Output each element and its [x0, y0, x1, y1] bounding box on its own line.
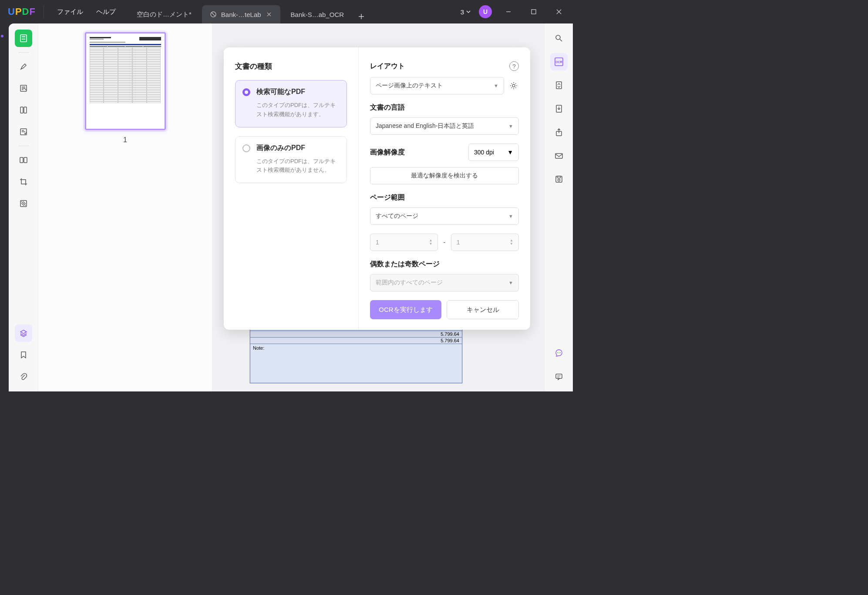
detect-resolution-button[interactable]: 最適な解像度を検出する — [370, 167, 519, 184]
compress-button[interactable] — [550, 100, 568, 117]
redact-tool[interactable] — [15, 195, 32, 212]
svg-point-24 — [557, 352, 558, 353]
note-cell: Note: — [250, 344, 462, 383]
tab-label: Bank-…teLab — [221, 11, 261, 18]
layout-label: レイアウト — [370, 62, 405, 71]
tab-bank-telab[interactable]: Bank-…teLab — [202, 5, 280, 23]
right-toolbar: OCR — [544, 23, 573, 391]
ai-assistant-button[interactable] — [550, 344, 568, 362]
page-range-select[interactable]: すべてのページ ▼ — [370, 207, 519, 225]
svg-rect-5 — [22, 38, 25, 38]
svg-rect-23 — [557, 176, 561, 178]
input-value: 1 — [376, 239, 379, 246]
convert-button[interactable] — [550, 77, 568, 94]
tab-strip: 空白のド…メント* Bank-…teLab Bank-S…ab_OCR — [129, 0, 455, 23]
tab-blank-doc[interactable]: 空白のド…メント* — [129, 5, 199, 23]
option-title: 画像のみのPDF — [256, 144, 339, 153]
bookmark-tool[interactable] — [15, 346, 32, 364]
tab-label: Bank-S…ab_OCR — [291, 11, 344, 18]
titlebar-right: 3 U — [455, 5, 573, 19]
svg-rect-27 — [556, 374, 562, 378]
crop-tool[interactable] — [15, 173, 32, 191]
attachment-tool[interactable] — [15, 368, 32, 385]
page-from-input[interactable]: 1 ▲▼ — [370, 234, 438, 251]
maximize-button[interactable] — [525, 5, 542, 19]
svg-point-26 — [560, 352, 561, 353]
svg-rect-6 — [22, 39, 25, 40]
chevron-down-icon: ▼ — [508, 214, 513, 219]
ocr-panel: 文書の種類 検索可能なPDF このタイプのPDFは、フルテキスト検索機能がありま… — [224, 47, 530, 330]
highlight-tool[interactable] — [15, 58, 32, 75]
option-title: 検索可能なPDF — [256, 87, 339, 97]
svg-point-14 — [556, 35, 560, 40]
app-logo: UPDF — [0, 6, 44, 17]
select-value: ページ画像上のテキスト — [376, 82, 443, 90]
spinner-icon[interactable]: ▲▼ — [429, 239, 432, 246]
select-value: Japanese and English-日本語と英語 — [376, 122, 474, 130]
spinner-icon[interactable]: ▲▼ — [510, 239, 513, 246]
input-value: 1 — [457, 239, 460, 246]
page-layout-tool[interactable] — [15, 101, 32, 119]
range-separator: - — [443, 238, 445, 246]
run-ocr-button[interactable]: OCRを実行します — [370, 300, 441, 319]
table-cell: 5.799.64 — [250, 331, 462, 338]
svg-rect-2 — [532, 10, 536, 14]
menu-help[interactable]: ヘルプ — [96, 8, 116, 16]
chevron-down-icon: ▼ — [494, 83, 498, 88]
left-toolbar — [9, 23, 38, 391]
tab-label: 空白のド…メント* — [137, 10, 192, 19]
svg-text:OCR: OCR — [555, 60, 562, 64]
option-desc: このタイプのPDFは、フルテキスト検索機能がありません。 — [256, 157, 339, 175]
svg-line-1 — [212, 13, 215, 16]
tab-bank-ocr[interactable]: Bank-S…ab_OCR — [283, 5, 352, 23]
svg-point-25 — [558, 352, 559, 353]
layout-select[interactable]: ページ画像上のテキスト ▼ — [370, 77, 504, 94]
minimize-button[interactable] — [500, 5, 517, 19]
share-button[interactable] — [550, 124, 568, 141]
thumbnails-tool[interactable] — [15, 30, 32, 47]
select-value: 範囲内のすべてのページ — [376, 279, 443, 287]
side-indicator — [0, 23, 4, 391]
svg-rect-11 — [20, 157, 23, 163]
email-button[interactable] — [550, 147, 568, 164]
help-icon[interactable]: ? — [509, 61, 519, 71]
avatar[interactable]: U — [479, 5, 492, 18]
close-icon[interactable] — [266, 11, 273, 18]
svg-rect-12 — [24, 157, 27, 163]
language-select[interactable]: Japanese and English-日本語と英語 ▼ — [370, 117, 519, 135]
ocr-button[interactable]: OCR — [550, 53, 568, 70]
cancel-button[interactable]: キャンセル — [447, 300, 519, 319]
chevron-down-icon: ▼ — [507, 149, 513, 156]
image-only-pdf-option[interactable]: 画像のみのPDF このタイプのPDFは、フルテキスト検索機能がありません。 — [235, 136, 347, 184]
page-to-input[interactable]: 1 ▲▼ — [451, 234, 519, 251]
comments-button[interactable] — [550, 368, 568, 385]
parity-select[interactable]: 範囲内のすべてのページ ▼ — [370, 274, 519, 291]
select-value: すべてのページ — [376, 212, 418, 220]
table-cell: 5.799.64 — [250, 338, 462, 344]
window-count[interactable]: 3 — [461, 8, 471, 16]
compare-tool[interactable] — [15, 151, 32, 169]
thumbnail-page-number: 1 — [123, 136, 127, 144]
unsaved-icon — [210, 11, 217, 18]
menubar: ファイル ヘルプ — [44, 5, 129, 18]
searchable-pdf-option[interactable]: 検索可能なPDF このタイプのPDFは、フルテキスト検索機能があります。 — [235, 80, 347, 127]
edit-text-tool[interactable] — [15, 80, 32, 97]
parity-label: 偶数または奇数ページ — [370, 260, 519, 269]
page-thumbnail[interactable]: for(let i=0;i<32;i++){document.write('<d… — [85, 32, 166, 130]
form-tool[interactable] — [15, 123, 32, 140]
add-tab-button[interactable] — [354, 10, 368, 23]
dpi-select[interactable]: 300 dpi ▼ — [468, 144, 519, 161]
menu-file[interactable]: ファイル — [57, 8, 83, 16]
select-value: 300 dpi — [474, 149, 494, 156]
dpi-label: 画像解像度 — [370, 148, 405, 157]
chevron-down-icon: ▼ — [508, 124, 513, 129]
svg-point-28 — [512, 84, 515, 87]
search-button[interactable] — [550, 30, 568, 47]
svg-rect-20 — [555, 154, 562, 158]
save-button[interactable] — [550, 170, 568, 188]
radio-icon — [242, 88, 250, 96]
close-button[interactable] — [550, 5, 568, 19]
svg-point-22 — [558, 179, 560, 181]
layout-settings-button[interactable] — [508, 80, 519, 91]
layers-tool[interactable] — [15, 324, 32, 342]
